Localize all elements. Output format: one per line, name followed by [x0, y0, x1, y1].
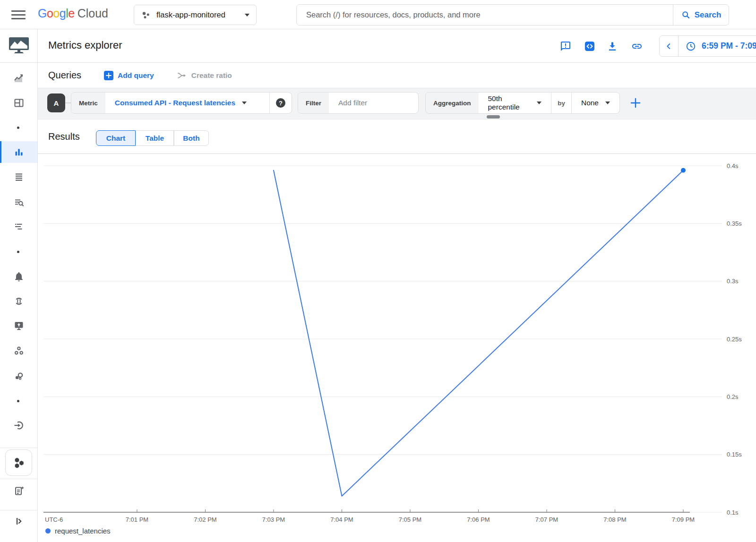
tab-both[interactable]: Both — [174, 130, 209, 146]
sidebar-item-policies[interactable] — [0, 167, 37, 186]
sidebar-item-kubernetes[interactable] — [5, 449, 32, 476]
add-query-button[interactable]: Add query — [104, 71, 154, 80]
queries-title: Queries — [48, 70, 81, 81]
y-axis-label: 0.25s — [727, 336, 742, 343]
add-another-query-button[interactable] — [627, 92, 644, 114]
chevron-down-icon — [537, 102, 541, 104]
x-axis-label: 7:02 PM — [194, 516, 216, 523]
expand-panel-icon — [13, 516, 25, 527]
chart-panel: 0.4s0.35s0.3s0.25s0.2s0.15s0.1s7:01 PM7:… — [38, 153, 756, 542]
time-range-button[interactable]: 6:59 PM - 7:09 PM — [679, 41, 756, 51]
create-ratio-label: Create ratio — [191, 71, 232, 80]
search-input[interactable] — [297, 5, 673, 25]
sidebar-item-alerting[interactable] — [0, 267, 37, 286]
chevron-down-icon — [245, 14, 249, 17]
sidebar-collapsed-dot — [17, 400, 19, 402]
y-axis-label: 0.35s — [727, 220, 742, 227]
sidebar-divider — [0, 448, 37, 448]
log-search-icon — [13, 196, 25, 208]
main-content: Metrics explorer — [38, 29, 756, 542]
help-icon: ? — [275, 98, 286, 108]
integrations-circles-icon — [13, 370, 25, 381]
sidebar-divider — [0, 510, 37, 510]
sidebar-item-overview[interactable] — [0, 68, 37, 87]
group-by-value: None — [581, 99, 599, 107]
svg-text:?: ? — [279, 100, 283, 107]
trace-spans-icon — [13, 221, 25, 232]
sidebar-item-settings-input[interactable] — [0, 416, 37, 435]
ratio-merge-icon — [177, 70, 187, 81]
resize-drag-handle[interactable] — [487, 115, 500, 119]
results-title: Results — [48, 131, 80, 142]
y-axis-label: 0.2s — [727, 393, 739, 400]
x-axis-label: 7:03 PM — [262, 516, 285, 523]
sidebar-item-monitoring-home[interactable] — [0, 29, 37, 63]
metrics-explorer-icon — [13, 146, 25, 158]
metric-select[interactable]: Consumed API - Request latencies — [105, 93, 269, 113]
metric-help-button[interactable]: ? — [270, 93, 292, 113]
plus-icon — [629, 97, 642, 109]
bell-icon — [13, 271, 25, 282]
sidebar-item-services[interactable] — [0, 292, 37, 311]
code-icon[interactable] — [584, 41, 595, 52]
tab-table[interactable]: Table — [136, 130, 174, 146]
sidebar-collapsed-dot — [17, 251, 19, 253]
time-range-control: 6:59 PM - 7:09 PM — [659, 35, 756, 57]
time-range-back-button[interactable] — [660, 36, 679, 56]
google-cloud-logo: GoogleCloud — [38, 7, 108, 20]
page-title: Metrics explorer — [48, 39, 122, 51]
series-end-point — [681, 168, 686, 173]
input-arrow-icon — [13, 420, 25, 431]
tab-chart[interactable]: Chart — [96, 130, 136, 146]
sidebar-item-log-search[interactable] — [0, 193, 37, 212]
y-axis-label: 0.1s — [727, 509, 739, 516]
create-ratio-button[interactable]: Create ratio — [177, 70, 232, 81]
time-range-value: 6:59 PM - 7:09 PM — [702, 41, 756, 51]
search-button[interactable]: Search — [673, 5, 729, 25]
clock-icon — [686, 41, 696, 51]
aggregation-pill: Aggregation 50th percentile by None — [425, 92, 620, 114]
logo-letter: e — [68, 7, 74, 20]
menu-icon[interactable] — [11, 8, 26, 21]
sidebar-item-dashboards[interactable] — [0, 93, 37, 112]
global-search: Search — [296, 4, 729, 25]
left-nav-sidebar — [0, 29, 38, 542]
aggregation-select[interactable]: 50th percentile — [479, 93, 551, 113]
x-axis-label: 7:05 PM — [399, 516, 421, 523]
sidebar-item-trace[interactable] — [0, 217, 37, 236]
download-icon[interactable] — [607, 41, 618, 52]
aggregation-label: Aggregation — [426, 93, 479, 113]
by-label: by — [551, 93, 571, 113]
feedback-icon[interactable] — [560, 41, 571, 52]
sidebar-item-metrics-explorer[interactable] — [0, 143, 37, 161]
add-query-label: Add query — [118, 71, 154, 80]
y-axis-label: 0.4s — [727, 162, 739, 169]
project-selector[interactable]: flask-app-monitored — [134, 5, 257, 25]
legend-label: request_latencies — [55, 527, 111, 535]
metric-value: Consumed API - Request latencies — [115, 99, 235, 107]
add-icon — [104, 71, 113, 80]
group-by-select[interactable]: None — [572, 93, 619, 113]
dashboards-icon — [13, 97, 25, 109]
uptime-monitor-icon — [13, 320, 25, 331]
legend-dot — [45, 528, 51, 534]
hexagons-icon — [11, 456, 26, 470]
link-icon[interactable] — [631, 41, 643, 52]
metric-pill: Metric Consumed API - Request latencies … — [71, 92, 292, 114]
search-icon — [681, 10, 691, 20]
sidebar-expand-button[interactable] — [0, 512, 37, 531]
sidebar-item-release-notes[interactable] — [0, 482, 37, 500]
logo-letter: g — [60, 7, 66, 20]
filter-input[interactable]: Add filter — [329, 93, 418, 113]
sidebar-item-integrations[interactable] — [0, 366, 37, 385]
query-badge[interactable]: A — [47, 93, 65, 112]
filter-pill: Filter Add filter — [298, 92, 419, 114]
top-app-bar: GoogleCloud flask-app-monitored Search — [0, 0, 756, 29]
x-axis-label: 7:04 PM — [330, 516, 353, 523]
sidebar-item-groups[interactable] — [0, 341, 37, 360]
chevron-down-icon — [242, 102, 247, 104]
legend-item[interactable]: request_latencies — [45, 527, 111, 535]
x-axis-label: 7:09 PM — [672, 516, 695, 523]
sidebar-divider — [0, 479, 37, 479]
sidebar-item-uptime-checks[interactable] — [0, 316, 37, 335]
